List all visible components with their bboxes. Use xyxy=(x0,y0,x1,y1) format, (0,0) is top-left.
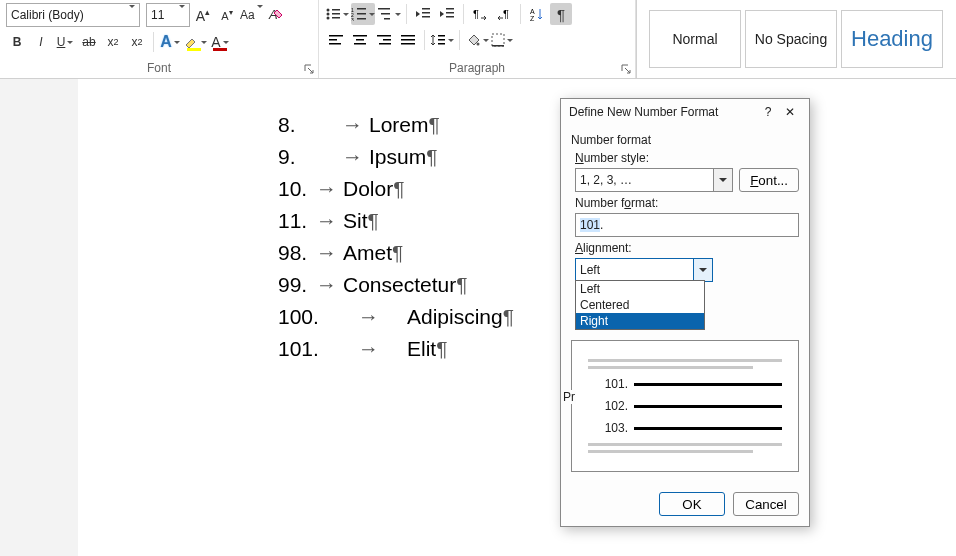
pilcrow-icon: ¶ xyxy=(436,333,447,365)
rtl-button[interactable]: ¶ xyxy=(493,3,515,25)
numbering-button[interactable]: 123 xyxy=(351,3,375,25)
font-dialog-launcher-icon[interactable] xyxy=(304,64,314,74)
change-case-button[interactable]: Aa xyxy=(240,4,263,26)
svg-point-3 xyxy=(327,13,330,16)
font-size-combo[interactable]: 11 xyxy=(146,3,190,27)
alignment-option-left[interactable]: Left xyxy=(576,281,704,297)
svg-rect-6 xyxy=(332,17,340,19)
outdent-icon xyxy=(415,7,431,21)
list-text: Consectetur xyxy=(343,269,456,301)
font-button[interactable]: Font... xyxy=(739,168,799,192)
clear-formatting-button[interactable]: A xyxy=(265,4,287,26)
show-hide-button[interactable]: ¶ xyxy=(550,3,572,25)
tab-arrow-icon: → xyxy=(316,237,337,269)
document-page[interactable]: 8.→Lorem¶9.→Ipsum¶10.→Dolor¶11.→Sit¶98.→… xyxy=(78,79,956,556)
style-heading[interactable]: Heading xyxy=(841,10,943,68)
multilevel-list-button[interactable] xyxy=(377,3,401,25)
pilcrow-icon: ¶ xyxy=(392,237,403,269)
svg-text:¶: ¶ xyxy=(503,8,509,20)
tab-arrow-icon: → xyxy=(316,173,337,205)
styles-gallery: Normal No Spacing Heading xyxy=(636,0,956,78)
underline-button[interactable]: U xyxy=(54,31,76,53)
superscript-button[interactable]: x2 xyxy=(126,31,148,53)
subscript-button[interactable]: x2 xyxy=(102,31,124,53)
alignment-option-right[interactable]: Right xyxy=(576,313,704,329)
align-left-button[interactable] xyxy=(325,29,347,51)
svg-rect-30 xyxy=(356,39,364,41)
svg-rect-29 xyxy=(353,35,367,37)
style-no-spacing[interactable]: No Spacing xyxy=(745,10,837,68)
cancel-button[interactable]: Cancel xyxy=(733,492,799,516)
shrink-font-button[interactable]: A▾ xyxy=(216,4,238,26)
svg-text:¶: ¶ xyxy=(473,8,479,20)
align-left-icon xyxy=(328,34,344,46)
font-color-button[interactable]: A xyxy=(209,31,231,53)
svg-rect-43 xyxy=(492,45,504,47)
borders-icon xyxy=(491,33,505,47)
svg-rect-20 xyxy=(446,12,454,14)
align-right-button[interactable] xyxy=(373,29,395,51)
svg-text:A: A xyxy=(530,8,535,15)
bold-button[interactable]: B xyxy=(6,31,28,53)
increase-indent-button[interactable] xyxy=(436,3,458,25)
label-alignment: Alignment: xyxy=(575,241,799,255)
list-number: 10. xyxy=(278,173,316,205)
font-name-combo[interactable]: Calibri (Body) xyxy=(6,3,140,27)
list-number: 8. xyxy=(278,109,342,141)
number-style-combo[interactable]: 1, 2, 3, … xyxy=(575,168,733,192)
svg-rect-36 xyxy=(401,39,415,41)
borders-button[interactable] xyxy=(491,29,513,51)
svg-rect-33 xyxy=(383,39,391,41)
bullets-button[interactable] xyxy=(325,3,349,25)
list-number: 11. xyxy=(278,205,316,237)
list-text: Amet xyxy=(343,237,392,269)
pilcrow-icon: ¶ xyxy=(426,141,437,173)
alignment-combo[interactable]: Left xyxy=(575,258,713,282)
alignment-dropdown-list: Left Centered Right xyxy=(575,280,705,330)
style-normal[interactable]: Normal xyxy=(649,10,741,68)
number-style-value: 1, 2, 3, … xyxy=(580,173,632,187)
dialog-help-button[interactable]: ? xyxy=(757,105,779,119)
ltr-button[interactable]: ¶ xyxy=(469,3,491,25)
list-text: Elit xyxy=(407,333,436,365)
italic-button[interactable]: I xyxy=(30,31,52,53)
align-center-icon xyxy=(352,34,368,46)
svg-rect-40 xyxy=(438,43,445,45)
ok-button[interactable]: OK xyxy=(659,492,725,516)
list-number: 99. xyxy=(278,269,316,301)
tab-arrow-icon: → xyxy=(358,301,379,333)
multilevel-icon xyxy=(377,7,393,21)
dialog-close-button[interactable]: ✕ xyxy=(779,105,801,119)
alignment-option-centered[interactable]: Centered xyxy=(576,297,704,313)
tab-arrow-icon: → xyxy=(316,269,337,301)
shading-button[interactable] xyxy=(465,29,489,51)
indent-icon xyxy=(439,7,455,21)
line-spacing-button[interactable] xyxy=(430,29,454,51)
svg-rect-16 xyxy=(422,8,430,10)
strikethrough-button[interactable]: ab xyxy=(78,31,100,53)
list-number: 98. xyxy=(278,237,316,269)
list-number: 100. xyxy=(278,301,358,333)
svg-rect-38 xyxy=(438,35,445,37)
tab-arrow-icon: → xyxy=(342,109,363,141)
font-size-value: 11 xyxy=(151,8,164,22)
svg-rect-26 xyxy=(329,35,343,37)
highlight-button[interactable] xyxy=(183,31,207,53)
paragraph-dialog-launcher-icon[interactable] xyxy=(621,64,631,74)
rtl-icon: ¶ xyxy=(497,7,511,21)
svg-point-41 xyxy=(477,43,480,46)
justify-button[interactable] xyxy=(397,29,419,51)
decrease-indent-button[interactable] xyxy=(412,3,434,25)
svg-rect-37 xyxy=(401,43,415,45)
svg-rect-15 xyxy=(384,18,390,20)
dialog-titlebar: Define New Number Format ? ✕ xyxy=(561,99,809,125)
svg-rect-17 xyxy=(422,12,430,14)
align-center-button[interactable] xyxy=(349,29,371,51)
svg-rect-13 xyxy=(378,8,390,10)
number-format-input[interactable]: 101. xyxy=(575,213,799,237)
sort-button[interactable]: AZ xyxy=(526,3,548,25)
text-effects-button[interactable]: A xyxy=(159,31,181,53)
grow-font-button[interactable]: A▴ xyxy=(192,4,214,26)
svg-rect-35 xyxy=(401,35,415,37)
number-format-rest: . xyxy=(600,218,603,232)
